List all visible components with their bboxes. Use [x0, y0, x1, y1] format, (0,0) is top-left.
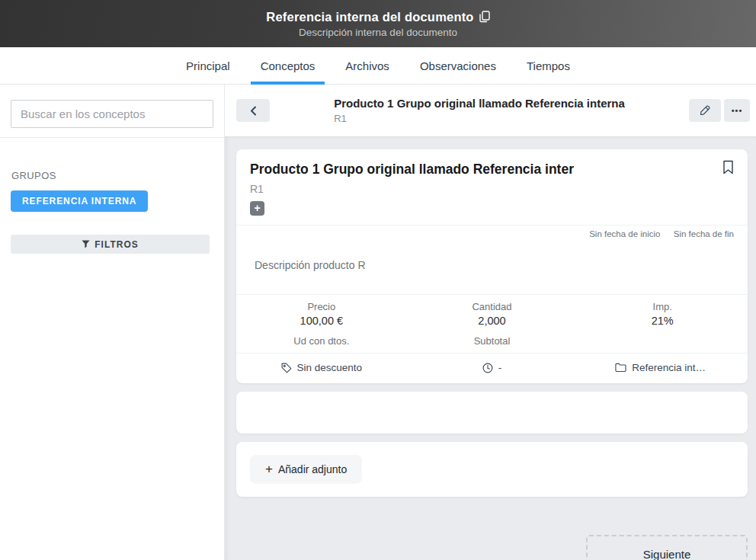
add-attachment-label: Añadir adjunto — [278, 463, 347, 475]
folder-icon — [615, 363, 626, 373]
groups-section-label: GRUPOS — [11, 170, 213, 181]
next-button[interactable]: Siguiente — [586, 535, 748, 560]
unit-discount-label: Ud con dtos. — [236, 335, 407, 347]
concept-code: R1 — [334, 113, 625, 124]
add-attachment-button[interactable]: + Añadir adjunto — [250, 455, 362, 484]
subtotal-label: Subtotal — [407, 335, 578, 347]
copy-icon[interactable] — [479, 11, 490, 23]
tab-tiempos[interactable]: Tiempos — [517, 47, 580, 84]
product-description: Descripción producto R — [236, 242, 748, 294]
price-label: Precio — [236, 301, 407, 312]
empty-section-card — [236, 392, 748, 434]
document-subtitle: Descripción interna del documento — [299, 27, 457, 38]
quantity-value: 2,000 — [407, 315, 578, 328]
filters-button[interactable]: FILTROS — [11, 235, 210, 254]
product-card: Producto 1 Grupo original llamado Refere… — [236, 149, 748, 383]
document-header: Referencia interna del documento Descrip… — [0, 0, 756, 47]
tag-icon — [281, 363, 292, 373]
back-button[interactable] — [236, 99, 270, 122]
product-code: R1 — [250, 183, 734, 195]
chevron-left-icon — [250, 106, 257, 116]
attachments-card: + Añadir adjunto — [236, 442, 748, 497]
clock-icon — [482, 363, 493, 373]
tab-archivos[interactable]: Archivos — [335, 47, 399, 84]
discount-chip-label: Sin descuento — [297, 362, 363, 373]
group-chip[interactable]: Referencia interna — [577, 362, 748, 373]
concepts-sidebar: GRUPOS REFERENCIA INTERNA FILTROS — [0, 85, 225, 560]
filters-button-label: FILTROS — [94, 239, 138, 250]
funnel-icon — [82, 240, 90, 248]
app-window: Referencia interna del documento Descrip… — [0, 0, 756, 560]
edit-button[interactable] — [689, 99, 721, 122]
tab-principal[interactable]: Principal — [176, 47, 240, 84]
end-date-label: Sin fecha de fin — [674, 229, 734, 238]
price-value: 100,00 € — [236, 315, 407, 328]
concept-content[interactable]: Producto 1 Grupo original llamado Refere… — [225, 136, 756, 560]
time-chip-label: - — [498, 362, 502, 373]
quantity-label: Cantidad — [407, 301, 578, 312]
group-chip-label: Referencia interna — [632, 362, 710, 373]
concept-detail-panel: Producto 1 Grupo original llamado Refere… — [225, 85, 756, 560]
tab-conceptos[interactable]: Conceptos — [251, 47, 325, 84]
concept-title: Producto 1 Grupo original llamado Refere… — [334, 97, 625, 110]
time-chip[interactable]: - — [407, 362, 578, 373]
group-badge-referencia-interna[interactable]: REFERENCIA INTERNA — [11, 190, 148, 212]
bookmark-icon[interactable] — [722, 160, 734, 174]
more-options-button[interactable]: ••• — [724, 99, 750, 122]
tab-bar: Principal Conceptos Archivos Observacion… — [0, 47, 756, 85]
pencil-icon — [700, 105, 710, 116]
tax-value: 21% — [577, 315, 748, 328]
search-input[interactable] — [11, 100, 213, 128]
concept-header: Producto 1 Grupo original llamado Refere… — [225, 85, 756, 136]
tab-observaciones[interactable]: Observaciones — [410, 47, 506, 84]
product-card-title: Producto 1 Grupo original llamado Refere… — [250, 160, 574, 178]
start-date-label: Sin fecha de inicio — [589, 229, 660, 238]
plus-icon: + — [265, 462, 273, 477]
document-title: Referencia interna del documento — [266, 10, 473, 24]
discount-chip[interactable]: Sin descuento — [236, 362, 407, 373]
add-tag-button[interactable]: + — [250, 201, 264, 216]
tax-label: Imp. — [577, 301, 748, 312]
